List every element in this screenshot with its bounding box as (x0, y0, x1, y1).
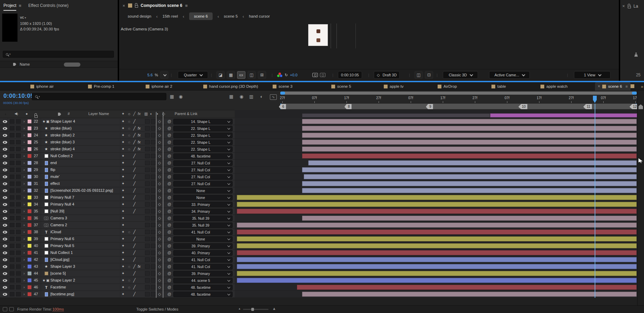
name-column-header[interactable]: Name (20, 62, 30, 66)
timeline-tab[interactable]: apple watch (540, 82, 567, 91)
sun-icon[interactable]: ☼ (127, 278, 131, 282)
quality-switch-icon[interactable]: ╱ (133, 133, 136, 137)
quality-switch-icon[interactable]: ╱ (133, 244, 136, 248)
eye-icon[interactable] (3, 245, 7, 247)
expand-chevron-icon[interactable]: › (23, 126, 25, 130)
label-color-chip[interactable] (28, 265, 31, 268)
layer-name[interactable]: stroke (blue) 3 (50, 140, 75, 144)
switch-cell[interactable] (145, 244, 150, 248)
layer-duration-bar[interactable] (237, 222, 637, 228)
layer-duration-bar[interactable] (237, 271, 637, 276)
layer-duration-bar[interactable] (302, 140, 637, 145)
3d-layer-switch-icon[interactable]: ◇ (158, 140, 161, 144)
parent-pickwhip-icon[interactable]: @ (167, 119, 171, 123)
depth-of-field-icon[interactable]: ◉ (179, 94, 183, 99)
channel-icon[interactable] (277, 73, 283, 77)
switch-cell[interactable] (151, 216, 156, 220)
label-color-chip[interactable] (28, 230, 31, 234)
layer-row[interactable]: ›46TFacetime✦☼╱◇@48. facetime (0, 284, 644, 291)
layer-duration-bar[interactable] (302, 181, 637, 186)
label-color-chip[interactable] (28, 285, 31, 289)
quality-switch-icon[interactable]: ╱ (133, 202, 136, 207)
quality-switch-icon[interactable]: ╱ (133, 257, 136, 262)
audio-cell[interactable] (10, 174, 14, 179)
lock-cell[interactable] (16, 126, 21, 131)
audio-cell[interactable] (10, 278, 14, 283)
collapse-switch-icon[interactable]: ✦ (121, 237, 125, 241)
reset-exposure-icon[interactable]: ↻ (285, 73, 288, 77)
layer-name[interactable]: [iCloud.jpg] (50, 257, 69, 262)
layer-duration-bar[interactable] (237, 264, 637, 269)
close-icon[interactable]: × (598, 84, 600, 89)
expand-chevron-icon[interactable]: › (23, 216, 25, 220)
parent-link-dropdown[interactable]: 27. Null Col (173, 181, 233, 187)
lock-cell[interactable] (16, 237, 21, 241)
comp-marker-bin-icon[interactable] (638, 104, 643, 109)
layer-row[interactable]: ›43★Shape Layer 3✦☼╱fx◇@41. Null Col (0, 263, 644, 270)
sun-icon[interactable]: ☼ (127, 230, 131, 234)
eye-icon[interactable] (3, 238, 7, 240)
parent-link-dropdown[interactable]: 35. Null 39 (173, 216, 233, 221)
parent-pickwhip-icon[interactable]: @ (167, 285, 171, 289)
lock-cell[interactable] (16, 147, 21, 151)
quality-switch-icon[interactable]: ╱ (133, 264, 136, 269)
camera-select-dropdown[interactable]: Active Came... (489, 71, 530, 79)
eye-icon[interactable] (3, 279, 7, 282)
eye-icon[interactable] (3, 224, 7, 227)
fast-previews-icon[interactable]: ◪ (216, 71, 225, 79)
fx-switch-icon[interactable]: fx (138, 133, 140, 137)
layer-name[interactable]: Shape Layer 4 (50, 119, 75, 123)
lock-cell[interactable] (16, 168, 21, 172)
layer-name[interactable]: Facetime (50, 285, 66, 289)
label-color-chip[interactable] (28, 244, 31, 248)
layer-name[interactable]: Shape Layer 2 (50, 278, 75, 282)
sun-icon[interactable]: ☼ (127, 140, 131, 144)
layer-name[interactable]: stroke (blue) 2 (50, 133, 75, 137)
sun-icon[interactable]: ☼ (127, 147, 131, 151)
region-of-interest-icon[interactable]: ▭ (237, 71, 245, 79)
3d-layer-switch-icon[interactable]: ◇ (158, 237, 161, 241)
expand-chevron-icon[interactable]: › (23, 244, 25, 248)
split-view-icon[interactable]: ◫ (414, 71, 423, 79)
camera-settings-icon[interactable]: ⊞ (258, 71, 266, 79)
switch-cell[interactable] (151, 161, 156, 165)
collapse-switch-icon[interactable]: ✦ (121, 244, 125, 248)
sun-icon[interactable]: ☼ (127, 285, 131, 289)
timeline-tab[interactable]: AirDrop (438, 82, 457, 91)
switch-cell[interactable] (145, 216, 150, 220)
switches-divider-line[interactable] (163, 112, 163, 298)
eye-icon[interactable] (3, 189, 7, 192)
number-column-header[interactable]: # (68, 112, 70, 116)
switch-cell[interactable] (145, 202, 150, 207)
mask-visibility-icon[interactable]: ◫ (247, 71, 256, 79)
switch-cell[interactable] (151, 244, 156, 248)
parent-link-dropdown[interactable]: 27. Null Col (173, 174, 233, 180)
parent-pickwhip-icon[interactable]: @ (167, 140, 171, 144)
layer-name[interactable]: Primary Null 7 (50, 195, 74, 199)
label-color-chip[interactable] (28, 133, 31, 137)
collapse-switch-icon[interactable]: ✦ (121, 292, 125, 296)
collapse-switch-icon[interactable]: ✦ (121, 223, 125, 227)
lock-cell[interactable] (16, 161, 21, 165)
layer-duration-bar[interactable] (302, 216, 637, 221)
expand-chevron-icon[interactable]: › (23, 250, 25, 255)
label-color-chip[interactable] (28, 216, 31, 220)
toggle-switches-modes-button[interactable]: Toggle Switches / Modes (136, 307, 178, 311)
layer-row[interactable]: ›39Primary Null 6✦╱◇@None (0, 236, 644, 243)
flowchart-icon[interactable]: ▦ (229, 94, 233, 99)
label-column-icon[interactable] (58, 113, 61, 116)
3d-layer-switch-icon[interactable]: ◇ (158, 174, 161, 179)
project-search-input[interactable]: ▾ (3, 51, 114, 58)
panel-menu-icon[interactable]: ≡ (185, 3, 188, 8)
lock-cell[interactable] (16, 250, 21, 255)
render-icon[interactable] (9, 307, 14, 311)
zoom-slider-thumb[interactable] (251, 308, 254, 311)
switch-cell[interactable] (145, 223, 150, 227)
fx-switch-icon[interactable]: fx (138, 140, 140, 144)
zoom-in-icon[interactable]: ▲ (272, 306, 276, 311)
quality-switch-icon[interactable]: ╱ (133, 154, 136, 158)
expand-chevron-icon[interactable]: › (23, 188, 25, 192)
timeline-tab[interactable]: Pre-comp 1 (88, 82, 114, 91)
current-time-display[interactable]: 0:00:10:05 (3, 93, 34, 99)
3d-layer-switch-icon[interactable]: ◇ (158, 119, 161, 124)
